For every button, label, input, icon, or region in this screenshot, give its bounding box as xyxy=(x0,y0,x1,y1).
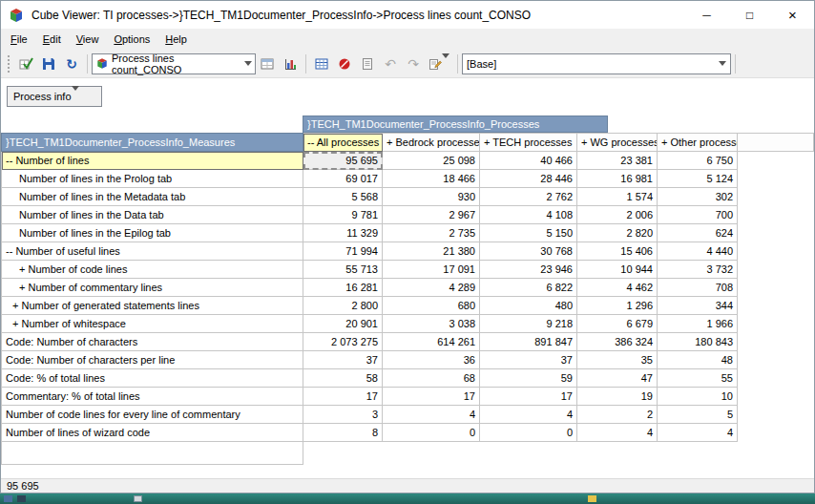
column-dimension-header[interactable]: }TECH_TM1Documenter_ProcessInfo_Processe… xyxy=(303,116,608,133)
data-cell[interactable]: 2 xyxy=(577,406,658,424)
data-cell[interactable]: 4 462 xyxy=(577,279,658,297)
menu-view[interactable]: View xyxy=(69,31,107,48)
data-cell[interactable]: 624 xyxy=(658,224,738,242)
data-cell[interactable]: 0 xyxy=(383,424,480,442)
data-cell[interactable]: 30 768 xyxy=(480,242,577,261)
data-cell[interactable]: 58 xyxy=(303,369,383,388)
row-header[interactable]: + Number of commentary lines xyxy=(2,279,303,297)
data-cell[interactable]: 930 xyxy=(383,188,480,206)
data-cell[interactable]: 2 820 xyxy=(577,224,658,242)
data-cell[interactable]: 19 xyxy=(577,388,658,406)
data-cell[interactable]: 1 574 xyxy=(577,188,658,206)
data-cell[interactable]: 4 440 xyxy=(658,242,738,261)
data-cell[interactable]: 71 994 xyxy=(303,242,383,261)
dimension-selector-process-info[interactable]: Process info xyxy=(7,86,102,107)
data-cell[interactable]: 0 xyxy=(480,424,577,442)
data-cell[interactable]: 47 xyxy=(577,369,658,388)
data-cell[interactable]: 20 901 xyxy=(303,315,383,333)
data-cell[interactable]: 55 713 xyxy=(303,261,383,279)
data-cell[interactable]: 700 xyxy=(658,206,738,224)
row-header[interactable]: Code: Number of characters per line xyxy=(2,351,303,369)
data-cell[interactable]: 37 xyxy=(303,351,383,369)
row-header[interactable]: + Number of generated statements lines xyxy=(2,297,303,315)
data-cell[interactable]: 9 781 xyxy=(303,206,383,224)
row-header[interactable]: Number of lines in the Data tab xyxy=(2,206,303,224)
sandbox-selector[interactable]: [Base] xyxy=(462,53,731,74)
data-cell[interactable]: 3 732 xyxy=(658,261,738,279)
data-cell[interactable]: 17 091 xyxy=(383,261,480,279)
minimize-button[interactable]: ─ xyxy=(685,1,728,29)
chart-view-button[interactable] xyxy=(279,53,302,74)
save-button[interactable] xyxy=(37,53,60,74)
data-cell[interactable]: 480 xyxy=(480,297,577,315)
taskbar-icon[interactable] xyxy=(134,495,142,502)
row-header[interactable]: + Number of code lines xyxy=(2,261,303,279)
data-cell[interactable]: 2 967 xyxy=(383,206,480,224)
row-header[interactable]: Number of lines in the Metadata tab xyxy=(2,188,303,206)
column-header[interactable]: + Bedrock processes xyxy=(383,134,480,152)
row-dimension-header[interactable]: }TECH_TM1Documenter_ProcessInfo_Measures xyxy=(2,134,303,152)
data-cell[interactable]: 614 261 xyxy=(383,333,480,351)
menu-edit[interactable]: Edit xyxy=(35,31,69,48)
data-cell[interactable]: 6 822 xyxy=(480,279,577,297)
data-cell[interactable]: 4 108 xyxy=(480,206,577,224)
row-header[interactable]: Commentary: % of total lines xyxy=(2,388,303,406)
data-cell[interactable]: 5 568 xyxy=(303,188,383,206)
row-header[interactable]: + Number of whitespace xyxy=(2,315,303,333)
row-header[interactable]: -- Number of lines xyxy=(2,152,303,170)
view-selector[interactable]: Process lines count_CONSO xyxy=(92,53,256,74)
data-cell[interactable]: 11 329 xyxy=(303,224,383,242)
row-header[interactable]: Number of code lines for every line of c… xyxy=(2,406,303,424)
taskbar-icon[interactable] xyxy=(588,495,596,502)
data-cell[interactable]: 6 679 xyxy=(577,315,658,333)
data-cell[interactable]: 35 xyxy=(577,351,658,369)
data-cell[interactable]: 59 xyxy=(480,369,577,388)
auto-recalc-button[interactable] xyxy=(14,53,37,74)
snapshot-button[interactable] xyxy=(356,53,379,74)
column-header[interactable]: + Other processes xyxy=(658,134,738,152)
data-cell[interactable]: 180 843 xyxy=(658,333,738,351)
data-cell[interactable]: 8 xyxy=(303,424,383,442)
data-cell[interactable]: 25 098 xyxy=(383,152,480,170)
data-cell[interactable]: 21 380 xyxy=(383,242,480,261)
data-cell[interactable]: 68 xyxy=(383,369,480,388)
data-cell[interactable]: 37 xyxy=(480,351,577,369)
data-cell[interactable]: 708 xyxy=(658,279,738,297)
data-cell[interactable]: 2 800 xyxy=(303,297,383,315)
menu-options[interactable]: Options xyxy=(106,31,157,48)
data-cell[interactable]: 16 281 xyxy=(303,279,383,297)
data-cell[interactable]: 5 150 xyxy=(480,224,577,242)
maximize-button[interactable]: □ xyxy=(728,1,771,29)
row-header[interactable]: Code: % of total lines xyxy=(2,369,303,388)
row-header[interactable]: Number of lines of wizard code xyxy=(2,424,303,442)
data-cell[interactable]: 4 289 xyxy=(383,279,480,297)
close-button[interactable]: × xyxy=(771,1,814,29)
data-cell[interactable]: 680 xyxy=(383,297,480,315)
slice-button[interactable] xyxy=(310,53,333,74)
toolbar-drag-handle[interactable] xyxy=(8,55,10,73)
menu-file[interactable]: File xyxy=(3,31,35,48)
menu-help[interactable]: Help xyxy=(157,31,195,48)
data-cell[interactable]: 344 xyxy=(658,297,738,315)
data-cell[interactable]: 3 038 xyxy=(383,315,480,333)
data-cell[interactable]: 302 xyxy=(658,188,738,206)
data-cell[interactable]: 23 946 xyxy=(480,261,577,279)
data-cell[interactable]: 2 735 xyxy=(383,224,480,242)
data-cell[interactable]: 48 xyxy=(658,351,738,369)
data-cell[interactable]: 4 xyxy=(480,406,577,424)
data-cell[interactable]: 69 017 xyxy=(303,170,383,188)
data-cell[interactable]: 2 073 275 xyxy=(303,333,383,351)
redo-button[interactable]: ↷ xyxy=(402,53,425,74)
data-cell[interactable]: 23 381 xyxy=(577,152,658,170)
recalculate-button[interactable]: ↻ xyxy=(60,53,83,74)
data-cell[interactable]: 2 006 xyxy=(577,206,658,224)
suppress-zeroes-button[interactable] xyxy=(333,53,356,74)
data-cell[interactable]: 18 466 xyxy=(383,170,480,188)
data-cell[interactable]: 1 966 xyxy=(658,315,738,333)
column-header[interactable]: + WG processes xyxy=(577,134,658,152)
export-button[interactable] xyxy=(425,53,453,74)
data-cell[interactable]: 4 xyxy=(577,424,658,442)
data-cell[interactable]: 36 xyxy=(383,351,480,369)
data-cell[interactable]: 17 xyxy=(303,388,383,406)
data-cell[interactable]: 55 xyxy=(658,369,738,388)
